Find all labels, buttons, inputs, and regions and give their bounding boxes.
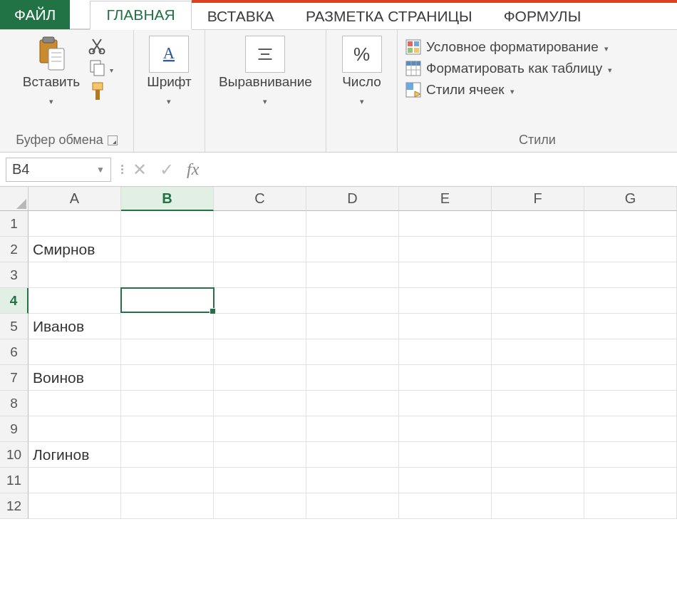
- cell[interactable]: [584, 391, 677, 416]
- cell[interactable]: [399, 237, 492, 262]
- cell[interactable]: [584, 211, 677, 237]
- cell[interactable]: [584, 339, 677, 365]
- cell[interactable]: [399, 493, 492, 519]
- column-header[interactable]: F: [492, 187, 584, 211]
- cell[interactable]: [306, 416, 399, 442]
- cell[interactable]: [306, 288, 399, 314]
- cell[interactable]: [584, 262, 677, 288]
- cell[interactable]: [214, 262, 306, 288]
- cell[interactable]: [29, 211, 121, 237]
- cell[interactable]: [306, 365, 399, 391]
- formula-input[interactable]: [206, 158, 671, 182]
- row-header[interactable]: 4: [0, 288, 29, 314]
- row-header[interactable]: 3: [0, 262, 29, 288]
- cell[interactable]: [492, 288, 584, 314]
- cell[interactable]: [492, 391, 584, 416]
- cell[interactable]: [584, 288, 677, 314]
- row-header[interactable]: 7: [0, 365, 29, 391]
- cell[interactable]: [29, 391, 121, 416]
- row-header[interactable]: 9: [0, 416, 29, 442]
- enter-formula-icon[interactable]: ✓: [160, 160, 174, 180]
- cell[interactable]: [399, 391, 492, 416]
- column-header[interactable]: A: [29, 187, 121, 211]
- cell[interactable]: [121, 442, 214, 468]
- paste-button[interactable]: Вставить: [20, 34, 83, 109]
- cell[interactable]: [584, 365, 677, 391]
- row-header[interactable]: 2: [0, 237, 29, 262]
- cell[interactable]: [214, 365, 306, 391]
- cell[interactable]: Иванов: [29, 314, 121, 339]
- cell[interactable]: [121, 468, 214, 493]
- cell[interactable]: [306, 391, 399, 416]
- cell[interactable]: [121, 262, 214, 288]
- cell[interactable]: [214, 468, 306, 493]
- cell[interactable]: [306, 211, 399, 237]
- cell[interactable]: [399, 416, 492, 442]
- copy-button[interactable]: [88, 58, 113, 77]
- cell[interactable]: [399, 211, 492, 237]
- cell[interactable]: [306, 237, 399, 262]
- tab-file[interactable]: ФАЙЛ: [0, 0, 70, 29]
- cell[interactable]: [492, 468, 584, 493]
- cell[interactable]: [399, 442, 492, 468]
- cell[interactable]: [399, 262, 492, 288]
- cell[interactable]: [492, 339, 584, 365]
- cell[interactable]: [121, 493, 214, 519]
- cell[interactable]: [214, 237, 306, 262]
- cell[interactable]: [29, 468, 121, 493]
- cut-button[interactable]: [88, 37, 113, 54]
- cell[interactable]: [584, 416, 677, 442]
- cell[interactable]: [306, 314, 399, 339]
- row-header[interactable]: 6: [0, 339, 29, 365]
- row-header[interactable]: 10: [0, 442, 29, 468]
- cell[interactable]: [306, 339, 399, 365]
- format-as-table-button[interactable]: Форматировать как таблицу: [405, 60, 612, 77]
- tab-insert[interactable]: ВСТАВКА: [192, 0, 290, 29]
- column-header[interactable]: E: [399, 187, 492, 211]
- name-box-dropdown-icon[interactable]: ▼: [96, 165, 105, 175]
- cell[interactable]: [492, 442, 584, 468]
- tab-home[interactable]: ГЛАВНАЯ: [90, 1, 191, 30]
- cell[interactable]: [214, 339, 306, 365]
- cell[interactable]: [121, 339, 214, 365]
- cell[interactable]: [492, 237, 584, 262]
- cell[interactable]: [492, 493, 584, 519]
- column-header[interactable]: B: [121, 187, 214, 211]
- cell[interactable]: [214, 416, 306, 442]
- cell[interactable]: [399, 314, 492, 339]
- column-header[interactable]: G: [584, 187, 677, 211]
- cell[interactable]: [29, 262, 121, 288]
- cell[interactable]: [121, 391, 214, 416]
- cell[interactable]: [399, 288, 492, 314]
- cell[interactable]: [492, 365, 584, 391]
- cell[interactable]: [306, 262, 399, 288]
- cell[interactable]: [29, 339, 121, 365]
- number-button[interactable]: % Число: [339, 34, 385, 109]
- row-header[interactable]: 12: [0, 493, 29, 519]
- cell[interactable]: [121, 211, 214, 237]
- cell[interactable]: Смирнов: [29, 237, 121, 262]
- cell[interactable]: [306, 493, 399, 519]
- row-header[interactable]: 8: [0, 391, 29, 416]
- cell[interactable]: [214, 391, 306, 416]
- cell[interactable]: [306, 442, 399, 468]
- conditional-formatting-button[interactable]: Условное форматирование: [405, 38, 612, 56]
- cell[interactable]: [121, 416, 214, 442]
- cell[interactable]: [399, 365, 492, 391]
- cell[interactable]: [492, 262, 584, 288]
- cell[interactable]: [29, 416, 121, 442]
- row-header[interactable]: 11: [0, 468, 29, 493]
- format-painter-button[interactable]: [88, 81, 113, 101]
- cell[interactable]: [584, 442, 677, 468]
- tab-page-layout[interactable]: РАЗМЕТКА СТРАНИЦЫ: [290, 0, 488, 29]
- cell[interactable]: [399, 339, 492, 365]
- cell[interactable]: [214, 288, 306, 314]
- cell[interactable]: [492, 314, 584, 339]
- cell[interactable]: [214, 493, 306, 519]
- cancel-formula-icon[interactable]: ✕: [133, 160, 147, 180]
- select-all-corner[interactable]: [0, 187, 29, 211]
- cell[interactable]: [584, 314, 677, 339]
- clipboard-dialog-launcher-icon[interactable]: [108, 135, 118, 145]
- cell[interactable]: [492, 416, 584, 442]
- column-header[interactable]: D: [306, 187, 399, 211]
